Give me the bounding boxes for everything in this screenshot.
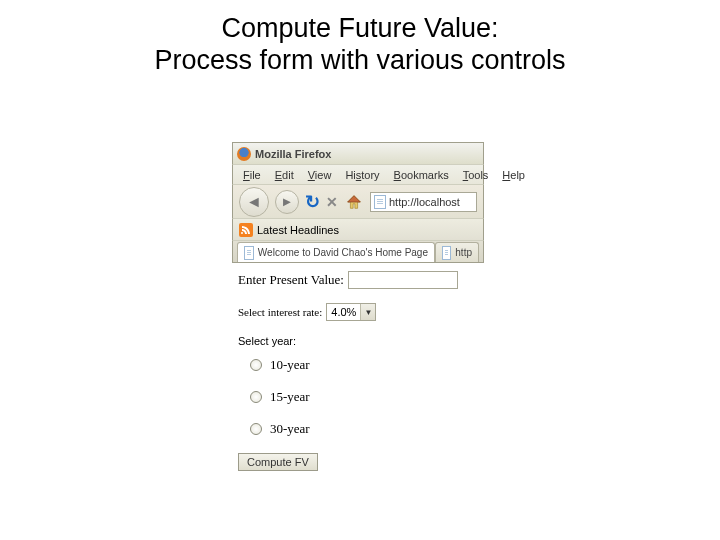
arrow-right-icon: ► [281, 194, 294, 209]
compute-fv-button[interactable]: Compute FV [238, 453, 318, 471]
tab-inactive[interactable]: http [435, 242, 479, 262]
page-icon [442, 246, 451, 260]
home-button[interactable] [344, 192, 364, 212]
radio-30-year[interactable]: 30-year [250, 421, 478, 437]
menu-history[interactable]: History [339, 168, 385, 182]
page-icon [244, 246, 254, 260]
radio-label: 10-year [270, 357, 310, 373]
url-bar[interactable]: http://localhost [370, 192, 477, 212]
radio-icon [250, 423, 262, 435]
svg-marker-1 [348, 195, 361, 201]
row-interest-rate: Select interest rate: 4.0% ▼ [238, 303, 478, 321]
interest-rate-value: 4.0% [327, 306, 360, 318]
reload-button[interactable]: ↻ [305, 191, 320, 213]
url-text: http://localhost [389, 196, 460, 208]
menu-bookmarks[interactable]: Bookmarks [388, 168, 455, 182]
rss-icon [239, 223, 253, 237]
nav-toolbar: ◄ ► ↻ ✕ http://localhost [232, 184, 484, 218]
menu-tools[interactable]: Tools [457, 168, 495, 182]
titlebar: Mozilla Firefox [232, 142, 484, 164]
radio-icon [250, 391, 262, 403]
menu-view[interactable]: View [302, 168, 338, 182]
menu-edit[interactable]: Edit [269, 168, 300, 182]
page-icon [374, 195, 386, 209]
home-icon [345, 193, 363, 211]
interest-rate-select[interactable]: 4.0% ▼ [326, 303, 376, 321]
stop-icon: ✕ [326, 194, 338, 210]
bookmarks-toolbar: Latest Headlines [232, 218, 484, 240]
interest-rate-label: Select interest rate: [238, 306, 322, 318]
stop-button[interactable]: ✕ [326, 194, 338, 210]
tab-active[interactable]: Welcome to David Chao's Home Page [237, 242, 435, 262]
menu-file[interactable]: File [237, 168, 267, 182]
slide-title-line2: Process form with various controls [154, 45, 565, 75]
slide-title-line1: Compute Future Value: [221, 13, 498, 43]
menubar: File Edit View History Bookmarks Tools H… [232, 164, 484, 184]
radio-icon [250, 359, 262, 371]
back-button[interactable]: ◄ [239, 187, 269, 217]
menu-help[interactable]: Help [496, 168, 531, 182]
firefox-icon [237, 147, 251, 161]
page-content: Enter Present Value: Select interest rat… [232, 263, 484, 479]
radio-15-year[interactable]: 15-year [250, 389, 478, 405]
tab-label: http [455, 247, 472, 258]
bookmark-latest-headlines[interactable]: Latest Headlines [257, 224, 339, 236]
row-present-value: Enter Present Value: [238, 271, 478, 289]
select-year-label: Select year: [238, 335, 478, 347]
tab-bar: Welcome to David Chao's Home Page http [232, 240, 484, 263]
chevron-down-icon: ▼ [360, 304, 375, 320]
present-value-input[interactable] [348, 271, 458, 289]
present-value-label: Enter Present Value: [238, 272, 344, 288]
window-title: Mozilla Firefox [255, 148, 331, 160]
radio-label: 30-year [270, 421, 310, 437]
reload-icon: ↻ [305, 192, 320, 212]
radio-label: 15-year [270, 389, 310, 405]
slide-title: Compute Future Value: Process form with … [0, 12, 720, 77]
tab-label: Welcome to David Chao's Home Page [258, 247, 428, 258]
forward-button[interactable]: ► [275, 190, 299, 214]
radio-10-year[interactable]: 10-year [250, 357, 478, 373]
browser-window: Mozilla Firefox File Edit View History B… [232, 142, 484, 479]
arrow-left-icon: ◄ [246, 193, 262, 211]
